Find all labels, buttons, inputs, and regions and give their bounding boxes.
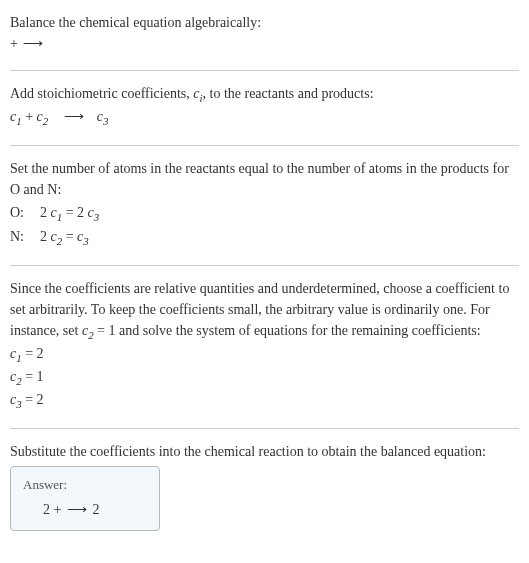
answer-label: Answer: [23,475,147,495]
sub-3: 3 [103,115,108,127]
section-coefficients: Add stoichiometric coefficients, ci, to … [10,77,519,139]
divider [10,428,519,429]
reaction-arrow-icon: ⟶ [21,33,45,54]
sub-3: 3 [83,234,88,246]
atom-eq-O: 2 c1 = 2 c3 [40,202,99,225]
atom-label-O: O: [10,202,40,225]
text: Add stoichiometric coefficients, [10,86,193,101]
text: = 1 and solve the system of equations fo… [94,323,481,338]
section-atom-balance: Set the number of atoms in the reactants… [10,152,519,258]
solution-row-2: c2 = 1 [10,366,519,389]
solve-instruction: Since the coefficients are relative quan… [10,278,519,343]
section-answer: Substitute the coefficients into the che… [10,435,519,541]
eq-left: 2 + [43,502,65,517]
atom-row-N: N: 2 c2 = c3 [10,226,519,249]
sub-2: 2 [43,115,48,127]
divider [10,265,519,266]
atom-label-N: N: [10,226,40,249]
text: , to the reactants and products: [203,86,374,101]
solution-row-1: c1 = 2 [10,343,519,366]
answer-box: Answer: 2 + ⟶ 2 [10,466,160,531]
val: = 2 [22,392,44,407]
reactants-placeholder: + [10,36,21,51]
balanced-equation: 2 + ⟶ 2 [23,499,147,520]
reaction-arrow-icon: ⟶ [65,499,89,520]
reaction-arrow-icon: ⟶ [62,106,86,127]
balance-instruction: Balance the chemical equation algebraica… [10,12,519,33]
unbalanced-equation: + ⟶ [10,33,519,54]
eq-right: 2 [89,502,100,517]
eq-mid: = 2 [62,205,87,220]
atom-equations: O: 2 c1 = 2 c3 N: 2 c2 = c3 [10,202,519,248]
val: = 2 [22,346,44,361]
coefficients-instruction: Add stoichiometric coefficients, ci, to … [10,83,519,106]
solution-row-3: c3 = 2 [10,389,519,412]
atom-row-O: O: 2 c1 = 2 c3 [10,202,519,225]
coef: 2 [40,229,51,244]
plus: + [22,109,37,124]
divider [10,145,519,146]
coefficient-equation: c1 + c2 ⟶ c3 [10,106,519,129]
atom-balance-instruction: Set the number of atoms in the reactants… [10,158,519,200]
val: = 1 [22,369,44,384]
section-solve: Since the coefficients are relative quan… [10,272,519,423]
section-balance: Balance the chemical equation algebraica… [10,6,519,64]
substitute-instruction: Substitute the coefficients into the che… [10,441,519,462]
sub-3: 3 [94,211,99,223]
eq-mid: = [62,229,77,244]
coef: 2 [40,205,51,220]
atom-eq-N: 2 c2 = c3 [40,226,89,249]
divider [10,70,519,71]
